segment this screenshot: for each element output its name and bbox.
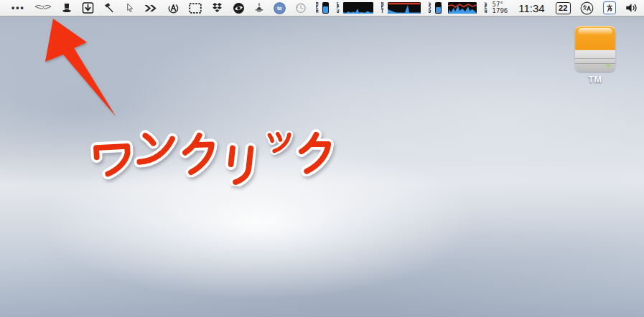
overflow-ellipsis-icon: ••• <box>11 0 25 16</box>
menu-extra-overflow[interactable]: ••• <box>11 0 25 16</box>
sen-label: SEN <box>485 2 490 14</box>
cpu-label: CPU <box>337 2 342 14</box>
menu-extra-textexpander[interactable]: te <box>274 0 286 16</box>
desktop-drive-tm[interactable]: TM <box>572 26 618 85</box>
ssd-label: SSD <box>429 2 434 14</box>
shutter-eye-icon <box>233 2 245 14</box>
stat-ssd[interactable]: SSD <box>429 0 442 16</box>
annotation-char-6 <box>293 129 336 176</box>
annotation-char-5 <box>261 124 296 158</box>
spray-lamp-icon <box>254 2 264 14</box>
time-machine-icon <box>295 2 307 14</box>
menu-extra-download[interactable] <box>82 0 94 16</box>
menu-hiragana-input[interactable] <box>603 0 616 16</box>
annotation-text: ワンクリック <box>90 129 336 176</box>
hiragana-a-icon <box>603 1 616 14</box>
menu-input-source[interactable] <box>580 0 594 16</box>
menu-extra-capture[interactable] <box>189 0 202 16</box>
svg-text:te: te <box>277 5 283 11</box>
sensor-fan: 1796 <box>493 8 508 14</box>
top-hat-icon <box>61 2 73 14</box>
drive-led <box>607 65 610 67</box>
mem-gauge <box>322 2 329 14</box>
annotation-char-1 <box>90 131 135 180</box>
dropbox-icon <box>211 2 223 14</box>
selection-frame-icon <box>189 3 202 14</box>
stat-net[interactable]: NET <box>381 0 421 16</box>
annotation-char-3 <box>176 129 220 178</box>
mem-label: MEM <box>316 2 321 14</box>
menu-extra-tophat[interactable] <box>61 0 73 16</box>
menu-calendar[interactable]: 22 <box>556 0 571 16</box>
cpu-graph <box>343 2 373 14</box>
menu-extra-hammer[interactable] <box>103 0 115 16</box>
stat-cpu[interactable]: CPU <box>337 0 373 16</box>
menu-extra-spray[interactable] <box>254 0 264 16</box>
net-graph <box>388 2 421 14</box>
annotation-char-2 <box>132 123 179 174</box>
drive-label: TM <box>588 75 602 85</box>
ssd-graph <box>448 2 477 14</box>
menu-extra-dropbox[interactable] <box>211 0 223 16</box>
calendar-day-icon: 22 <box>556 2 571 14</box>
stat-sensors[interactable]: SEN 57° 1796 <box>485 0 508 16</box>
hammer-icon <box>103 2 115 14</box>
menu-volume[interactable] <box>625 0 639 16</box>
download-box-icon <box>82 2 94 14</box>
double-chevron-icon <box>144 3 158 14</box>
volume-icon <box>625 2 639 14</box>
menu-bar: ••• <box>0 0 644 16</box>
input-source-icon <box>580 1 594 15</box>
stat-disk-graph[interactable] <box>448 0 477 16</box>
sensor-values: 57° 1796 <box>493 1 508 14</box>
textexpander-icon: te <box>274 2 286 14</box>
pointer-cursor-icon <box>124 2 134 14</box>
menu-clock[interactable]: 11:34 <box>517 0 546 16</box>
clock-text: 11:34 <box>517 2 546 14</box>
menu-extra-shutter[interactable] <box>233 0 245 16</box>
stat-mem[interactable]: MEM <box>316 0 329 16</box>
menu-extra-bartender[interactable] <box>34 0 52 16</box>
menu-extra-chevrons[interactable] <box>144 0 158 16</box>
menu-extra-timemachine[interactable] <box>295 0 307 16</box>
bartender-bat-icon <box>34 4 52 12</box>
menu-extra-cursor[interactable] <box>124 0 134 16</box>
annotation-text-value: ワンクリック <box>90 129 91 130</box>
net-label: NET <box>381 2 386 14</box>
menu-extra-aswoosh[interactable] <box>167 0 179 16</box>
annotation-char-4 <box>216 137 264 189</box>
external-drive-icon <box>575 26 615 72</box>
ssd-gauge <box>435 2 442 14</box>
a-swoosh-icon <box>167 2 179 14</box>
